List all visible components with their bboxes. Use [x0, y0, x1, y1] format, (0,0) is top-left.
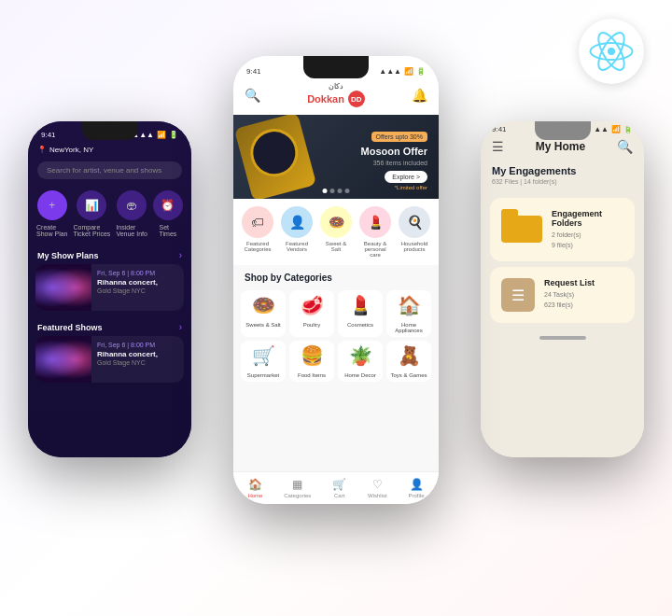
featured-show-date-1: Fri, Sep 6 | 8:00 PM: [97, 342, 178, 348]
engagement-folders-name: Engagement Folders: [552, 209, 623, 228]
cat-toys-games[interactable]: 🧸 Toys & Games: [386, 341, 431, 382]
left-status-icons: ▲▲▲ 📶 🔋: [132, 131, 178, 139]
cat-beauty[interactable]: 💄 Beauty &personal care: [358, 206, 392, 258]
cat-household-icon: 🍳: [399, 206, 430, 238]
cat-poultry[interactable]: 🥩 Poultry: [289, 290, 334, 337]
dokkan-logo: دكان Dokkan DD: [307, 82, 365, 107]
left-phone-content: 9:41 ▲▲▲ 📶 🔋 📍 NewYork, NY Search for ar…: [28, 121, 191, 457]
engagement-card-requests[interactable]: ☰ Request List 24 Task(s) 623 file(s): [490, 267, 635, 323]
cat-toys-img: 🧸: [386, 341, 431, 371]
cat-household[interactable]: 🍳 Householdproducts: [398, 206, 431, 258]
times-label: SetTimes: [160, 224, 177, 237]
show-card-1[interactable]: Fri, Sep 6 | 8:00 PM Rihanna concert, Go…: [35, 264, 184, 311]
hero-limited-text: *Limited offer: [361, 185, 428, 190]
show-plans-arrow[interactable]: ›: [179, 250, 182, 260]
dot-4: [345, 189, 350, 193]
compare-tickets-action[interactable]: 📊 CompareTicket Prices: [74, 190, 111, 237]
cat-grid-row1: 🍩 Sweets & Salt 🥩 Poultry 💄 Cosmetics 🏠 …: [233, 287, 439, 341]
dokkan-brand: Dokkan DD: [307, 91, 365, 107]
phones-container: 9:41 ▲▲▲ 📶 🔋 📍 NewYork, NY Search for ar…: [0, 0, 672, 616]
cat-sweets-label: Sweets & Salt: [241, 320, 286, 331]
right-search-icon[interactable]: 🔍: [617, 139, 633, 154]
cat-cosmetics[interactable]: 💄 Cosmetics: [338, 290, 383, 337]
phone-left: 9:41 ▲▲▲ 📶 🔋 📍 NewYork, NY Search for ar…: [28, 121, 191, 457]
cat-food-items[interactable]: 🍔 Food Items: [289, 341, 334, 382]
folder-icon: [501, 209, 542, 243]
featured-show-image-1: [35, 336, 91, 383]
show-card-info-1: Fri, Sep 6 | 8:00 PM Rihanna concert, Go…: [97, 264, 184, 311]
nav-wishlist-label: Wishlist: [368, 493, 387, 498]
create-label: CreateShow Plan: [36, 224, 67, 237]
list-icon: ☰: [501, 278, 535, 312]
engagement-info-requests: Request List 24 Task(s) 623 file(s): [544, 278, 623, 310]
nav-profile-label: Profile: [409, 493, 425, 498]
left-location: 📍 NewYork, NY: [28, 144, 191, 158]
cat-sweets-salt[interactable]: 🍩 Sweets & Salt: [241, 290, 286, 337]
cat-sweet-salt[interactable]: 🍩 Sweet &Salt: [319, 206, 353, 258]
center-wifi-icon: 📶: [404, 67, 413, 76]
requests-meta1: 24 Task(s): [544, 291, 574, 298]
insider-venue-action[interactable]: 🏟 InsiderVenue Info: [116, 190, 147, 237]
hamburger-menu-icon[interactable]: ☰: [492, 139, 504, 154]
folders-meta1: 2 folder(s): [552, 231, 581, 238]
my-home-title: My Home: [536, 140, 585, 153]
cat-featured-label: FeaturedCategories: [244, 241, 271, 252]
cat-sweet-label: Sweet &Salt: [326, 241, 346, 252]
nav-home[interactable]: 🏠 Home: [247, 478, 262, 498]
center-bottom-nav: 🏠 Home ▦ Categories 🛒 Cart ♡ Wishlist 👤: [233, 471, 439, 504]
cat-vendors-icon: 👤: [281, 206, 313, 238]
center-header: 🔍 دكان Dokkan DD 🔔: [233, 78, 439, 115]
engagements-subtitle: 632 Files | 14 folder(s): [481, 178, 644, 192]
show-name-1: Rihanna concert,: [97, 278, 178, 287]
cat-home-appliances[interactable]: 🏠 Home Appliances: [386, 290, 431, 337]
center-time: 9:41: [246, 67, 261, 76]
concert-lights-1: [35, 264, 91, 311]
cat-household-label: Householdproducts: [401, 241, 428, 252]
cat-featured-vendors[interactable]: 👤 FeaturedVendors: [280, 206, 314, 258]
cat-supermarket[interactable]: 🛒 Supermarket: [241, 341, 286, 382]
center-battery-icon: 🔋: [416, 67, 426, 76]
right-signal-icon: ▲▲: [594, 125, 609, 133]
times-icon: ⏰: [153, 190, 183, 220]
featured-shows-title: Featured Shows: [37, 323, 103, 332]
venue-icon: 🏟: [117, 190, 147, 220]
right-phone-content: 9:41 ▲▲ 📶 🔋 ☰ My Home 🔍 My Engagements 6…: [481, 121, 644, 457]
featured-shows-arrow[interactable]: ›: [179, 322, 182, 332]
left-search-bar[interactable]: Search for artist, venue and shows: [37, 161, 182, 179]
cat-food-img: 🍔: [289, 341, 334, 371]
engagement-card-folders[interactable]: Engagement Folders 2 folder(s) 9 file(s): [490, 198, 635, 261]
hero-text-block: Offers upto 30% Mosoon Offer 356 items i…: [361, 126, 428, 190]
cat-featured-icon: 🏷: [242, 206, 273, 238]
hero-explore-button[interactable]: Explore >: [385, 171, 427, 183]
right-wifi-icon: 📶: [611, 125, 621, 133]
nav-cart[interactable]: 🛒 Cart: [332, 478, 346, 498]
my-engagements-title: My Engagements: [481, 158, 644, 178]
nav-categories[interactable]: ▦ Categories: [284, 478, 311, 498]
show-card-image-1: [35, 264, 91, 311]
compare-label: CompareTicket Prices: [74, 224, 111, 237]
cat-food-label: Food Items: [289, 371, 334, 382]
hero-dots: [323, 189, 350, 193]
center-notch: [303, 56, 369, 78]
folders-meta2: 9 file(s): [552, 242, 573, 248]
hero-watch-image: [234, 115, 316, 199]
cat-appliances-img: 🏠: [386, 290, 431, 320]
cat-home-decor[interactable]: 🪴 Home Decor: [338, 341, 383, 382]
cat-featured-categories[interactable]: 🏷 FeaturedCategories: [241, 206, 274, 258]
center-search-icon[interactable]: 🔍: [245, 88, 260, 103]
nav-categories-label: Categories: [284, 493, 311, 498]
nav-profile[interactable]: 👤 Profile: [409, 478, 425, 498]
featured-show-card-1[interactable]: Fri, Sep 6 | 8:00 PM Rihanna concert, Go…: [35, 336, 184, 383]
cat-toys-label: Toys & Games: [386, 371, 431, 382]
venue-label: InsiderVenue Info: [116, 224, 147, 237]
location-text: NewYork, NY: [49, 146, 93, 154]
engagement-folders-meta: 2 folder(s) 9 file(s): [552, 231, 623, 250]
featured-shows-section-header: Featured Shows ›: [28, 316, 191, 336]
nav-wishlist[interactable]: ♡ Wishlist: [368, 478, 387, 498]
set-times-action[interactable]: ⏰ SetTimes: [153, 190, 183, 237]
create-show-plan-action[interactable]: + CreateShow Plan: [36, 190, 67, 237]
center-bell-icon[interactable]: 🔔: [412, 88, 427, 103]
left-quick-actions: + CreateShow Plan 📊 CompareTicket Prices…: [28, 183, 191, 245]
cat-poultry-label: Poultry: [289, 320, 334, 331]
cat-cosmetics-img: 💄: [338, 290, 383, 320]
